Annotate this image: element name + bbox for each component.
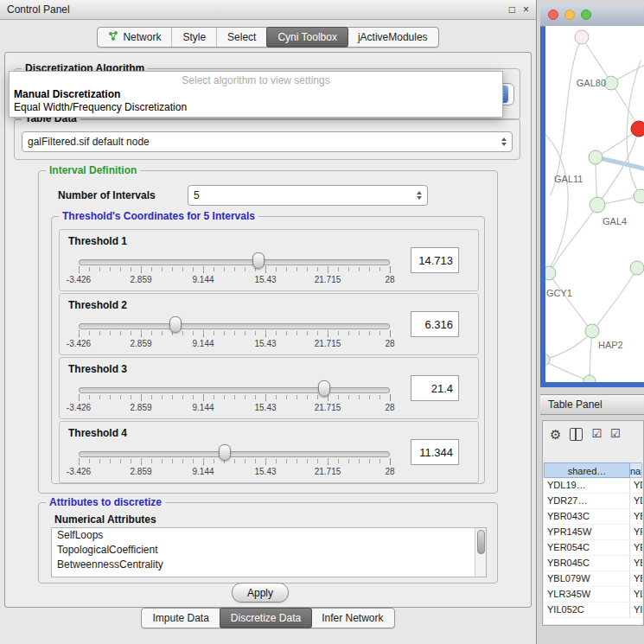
table-row[interactable]: YLR345WYLR345W: [544, 587, 642, 603]
checkbox-icon[interactable]: ☑: [591, 428, 602, 440]
network-edge[interactable]: [590, 331, 592, 381]
network-node[interactable]: [585, 324, 599, 338]
table-cell[interactable]: YPR145W: [544, 525, 630, 539]
table-cell[interactable]: YBR045C: [630, 556, 642, 571]
tab-network[interactable]: Network: [98, 28, 172, 47]
algorithm-option-manual-discretization[interactable]: Manual Discretization: [10, 88, 502, 101]
table-cell[interactable]: YIL052C: [630, 603, 642, 617]
table-row[interactable]: YBR045CYBR045C: [544, 556, 642, 571]
table-row[interactable]: YBR043CYBR043C: [544, 509, 642, 525]
threshold-value-field[interactable]: 14.713: [411, 247, 459, 273]
control-panel-titlebar[interactable]: Control Panel □ ×: [0, 0, 536, 20]
network-edge[interactable]: [582, 37, 611, 83]
table-cell[interactable]: YIL052C: [544, 603, 630, 617]
table-cell[interactable]: YBL079W: [630, 571, 642, 586]
network-node[interactable]: [545, 266, 556, 280]
algorithm-option-equal-width-frequency[interactable]: Equal Width/Frequency Discretization: [10, 101, 502, 114]
threshold-slider[interactable]: -3.4262.8599.14415.4321.71528: [79, 252, 390, 287]
table-cell[interactable]: YBR043C: [630, 509, 642, 524]
attribute-item[interactable]: SelfLoops: [52, 528, 486, 543]
table-cell[interactable]: YLR345W: [544, 587, 630, 602]
zoom-traffic-light-icon[interactable]: [581, 10, 591, 20]
table-panel-titlebar[interactable]: Table Panel: [540, 394, 644, 415]
tab-style[interactable]: Style: [172, 28, 217, 47]
float-window-icon[interactable]: □: [509, 4, 515, 15]
slider-track[interactable]: [79, 259, 390, 265]
table-cell[interactable]: YBL079W: [544, 571, 630, 586]
attribute-item[interactable]: BetweennessCentrality: [52, 558, 486, 572]
number-of-intervals-select[interactable]: 5: [188, 185, 428, 206]
slider-thumb[interactable]: [219, 444, 231, 461]
tab-infer-network[interactable]: Infer Network: [311, 609, 393, 628]
slider-thumb[interactable]: [318, 380, 330, 397]
tab-impute-data[interactable]: Impute Data: [142, 609, 220, 628]
table-cell[interactable]: YER054C: [630, 540, 642, 555]
network-canvas[interactable]: GAL80GAL11GAL4GCY1HAP2: [545, 26, 644, 382]
table-cell[interactable]: YDR27…: [544, 494, 630, 508]
network-canvas-svg[interactable]: GAL80GAL11GAL4GCY1HAP2: [545, 26, 644, 382]
threshold-slider[interactable]: -3.4262.8599.14415.4321.71528: [79, 380, 390, 415]
tab-jactivemodules[interactable]: jActiveModules: [348, 28, 438, 47]
tab-cyni-toolbox[interactable]: Cyni Toolbox: [266, 27, 348, 48]
slider-track[interactable]: [79, 387, 390, 393]
slider-scale: -3.4262.8599.14415.4321.71528: [79, 339, 390, 349]
network-edge[interactable]: [549, 273, 590, 329]
network-node[interactable]: [589, 150, 603, 164]
table-cell[interactable]: YPR145W: [630, 525, 642, 539]
threshold-value-field[interactable]: 11.344: [411, 439, 459, 465]
network-node[interactable]: [575, 30, 589, 44]
column-header-name[interactable]: name: [630, 462, 642, 478]
network-edge[interactable]: [551, 205, 597, 271]
network-node[interactable]: [631, 121, 644, 137]
table-row[interactable]: YDR27…YDR27…: [544, 494, 642, 509]
column-header-shared-name[interactable]: shared…: [544, 462, 630, 478]
tab-select[interactable]: Select: [217, 28, 267, 47]
close-window-icon[interactable]: ×: [523, 4, 529, 15]
list-scrollbar[interactable]: [475, 528, 486, 577]
threshold-slider[interactable]: -3.4262.8599.14415.4321.71528: [79, 444, 390, 479]
network-edge[interactable]: [545, 331, 592, 360]
close-traffic-light-icon[interactable]: [548, 10, 558, 20]
table-row[interactable]: YER054CYER054C: [544, 540, 642, 556]
table-cell[interactable]: YBR043C: [544, 509, 630, 524]
threshold-value-field[interactable]: 6.316: [411, 311, 459, 337]
network-window-titlebar[interactable]: [540, 3, 644, 27]
table-cell[interactable]: YDL19…: [544, 478, 630, 493]
network-edge[interactable]: [545, 360, 590, 381]
network-node[interactable]: [630, 261, 644, 275]
network-edge[interactable]: [594, 268, 637, 329]
apply-button[interactable]: Apply: [232, 583, 289, 603]
checkbox-icon[interactable]: ☑: [610, 428, 621, 440]
network-edge[interactable]: [545, 130, 568, 273]
table-cell[interactable]: YDL19…: [630, 478, 642, 493]
table-cell[interactable]: YER054C: [544, 540, 630, 555]
columns-icon[interactable]: [570, 428, 583, 441]
table-row[interactable]: YPR145WYPR145W: [544, 525, 642, 540]
network-node[interactable]: [583, 375, 596, 382]
slider-thumb[interactable]: [252, 252, 265, 269]
minimize-traffic-light-icon[interactable]: [564, 10, 575, 20]
table-data-select[interactable]: galFiltered.sif default node: [22, 131, 513, 152]
slider-track[interactable]: [79, 323, 390, 329]
slider-thumb[interactable]: [169, 316, 182, 333]
table-cell[interactable]: YLR345W: [630, 587, 642, 602]
scrollbar-thumb[interactable]: [477, 530, 485, 554]
table-row[interactable]: YDL19…YDL19…: [544, 478, 642, 494]
network-node[interactable]: [590, 197, 605, 213]
network-edge[interactable]: [551, 37, 582, 195]
threshold-slider[interactable]: -3.4262.8599.14415.4321.71528: [79, 316, 390, 351]
table-row[interactable]: YIL052CYIL052C: [544, 603, 642, 618]
gear-icon[interactable]: ⚙: [550, 428, 561, 441]
group-title: Interval Definition: [46, 164, 140, 176]
slider-track[interactable]: [79, 451, 390, 457]
table-cell[interactable]: YBR045C: [544, 556, 630, 571]
table-cell[interactable]: YDR27…: [630, 494, 642, 508]
threshold-value-field[interactable]: 21.4: [411, 375, 459, 401]
table-row[interactable]: YBL079WYBL079W: [544, 571, 642, 587]
numerical-attributes-list[interactable]: SelfLoopsTopologicalCoefficientBetweenne…: [51, 527, 487, 577]
network-node[interactable]: [634, 189, 644, 203]
network-edge[interactable]: [596, 157, 644, 170]
tab-discretize-data[interactable]: Discretize Data: [220, 608, 312, 628]
attribute-item[interactable]: TopologicalCoefficient: [52, 543, 486, 558]
network-node[interactable]: [604, 76, 618, 90]
